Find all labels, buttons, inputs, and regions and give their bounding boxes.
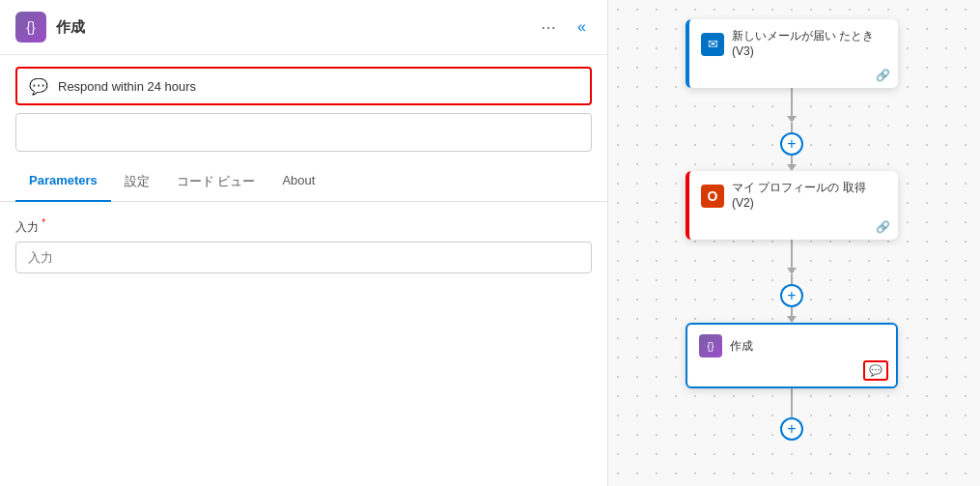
outlook-icon: ✉ [701,33,724,56]
tab-settings[interactable]: 設定 [111,163,163,202]
connector-line-1 [791,88,793,117]
comment-text: Respond within 24 hours [58,79,196,94]
node-compose[interactable]: {} 作成 💬 [686,323,898,388]
arrow-2 [787,268,797,274]
arrow-2b [787,316,797,323]
node-email-header: ✉ 新しいメールが届い たとき (V3) [689,19,898,69]
add-step-button-1[interactable]: + [780,132,803,156]
flow-canvas-panel: ✉ 新しいメールが届い たとき (V3) 🔗 + O マイ プロフィールの 取得… [608,0,980,486]
link-icon-email: 🔗 [876,69,890,82]
node-compose-footer: 💬 [687,367,896,386]
add-step-button-2[interactable]: + [780,284,803,307]
connector-line-2b [791,274,793,284]
more-options-button[interactable]: ⋯ [535,16,564,39]
node-email-title: 新しいメールが届い たとき (V3) [732,29,886,59]
compose-node-icon: {} [699,334,722,357]
compose-comment-icon: 💬 [863,360,888,381]
add-step-button-3[interactable]: + [780,417,803,441]
arrow-1 [787,116,797,123]
office-icon: O [701,185,724,208]
arrow-1b [787,164,797,171]
node-email[interactable]: ✉ 新しいメールが届い たとき (V3) 🔗 [686,19,898,88]
left-panel: {} 作成 ⋯ « 💬 Respond within 24 hours Para… [0,0,608,486]
comment-area: 💬 Respond within 24 hours [0,55,607,163]
comment-box: 💬 Respond within 24 hours [15,67,592,105]
node-profile-title: マイ プロフィールの 取得 (V2) [732,181,886,211]
input-field[interactable] [15,242,592,273]
node-profile-header: O マイ プロフィールの 取得 (V2) [689,171,898,220]
node-profile-footer: 🔗 [689,220,898,240]
connector-1: + [780,88,803,171]
comment-input-area [15,113,592,152]
connector-line-2 [791,240,793,269]
connector-3: + [780,388,803,441]
connector-line-1b [791,123,793,132]
node-profile[interactable]: O マイ プロフィールの 取得 (V2) 🔗 [686,171,898,240]
form-area: 入力 * [0,202,607,289]
tab-parameters[interactable]: Parameters [15,163,111,202]
collapse-button[interactable]: « [572,16,592,38]
panel-title-area: {} 作成 [15,12,85,43]
tab-codeview[interactable]: コード ビュー [163,163,269,202]
input-field-label: 入力 * [15,217,592,236]
compose-title-icon: {} [15,12,46,43]
connector-2: + [780,240,803,323]
connector-line-3 [791,388,793,417]
panel-title: 作成 [56,18,85,37]
compose-icon-symbol: {} [26,19,35,35]
panel-header: {} 作成 ⋯ « [0,0,607,55]
link-icon-profile: 🔗 [876,220,890,234]
comment-icon: 💬 [29,77,48,96]
flow-canvas: ✉ 新しいメールが届い たとき (V3) 🔗 + O マイ プロフィールの 取得… [686,19,898,441]
node-compose-title: 作成 [730,339,753,355]
node-email-footer: 🔗 [689,69,898,88]
tab-about[interactable]: About [268,163,328,202]
tabs-bar: Parameters 設定 コード ビュー About [0,163,607,202]
panel-header-actions: ⋯ « [535,16,592,39]
